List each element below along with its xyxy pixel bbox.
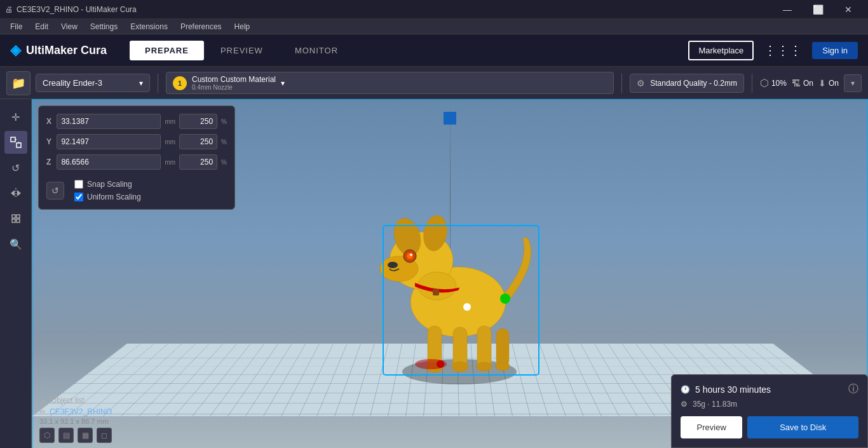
object-list-header[interactable]: ▲ Object list: [39, 396, 112, 405]
z-mm-input[interactable]: [57, 154, 161, 170]
menu-help[interactable]: Help: [229, 21, 255, 32]
uniform-scaling-text: Uniform Scaling: [87, 193, 141, 201]
title-text: CE3E3V2_RHINO - UltiMaker Cura: [17, 5, 137, 14]
main-area: ✛ ↺: [0, 99, 868, 448]
scale-checkboxes: Snap Scaling Uniform Scaling: [74, 180, 141, 201]
tool-move[interactable]: ✛: [4, 105, 27, 128]
svg-point-29: [388, 262, 398, 268]
menu-file[interactable]: File: [5, 21, 27, 32]
rotate-icon: ↺: [11, 162, 20, 174]
marketplace-button[interactable]: Marketplace: [688, 41, 754, 60]
y-unit: mm: [165, 139, 175, 146]
snap-scaling-label[interactable]: Snap Scaling: [74, 180, 141, 189]
viewport: X mm % Y mm % Z mm % ↺: [32, 99, 868, 448]
adhesion-setting[interactable]: ⬇ On: [818, 78, 839, 88]
support-setting[interactable]: 🏗 On: [792, 78, 813, 88]
svg-rect-18: [453, 327, 467, 367]
svg-point-22: [452, 362, 468, 372]
scale-icon: [10, 136, 22, 149]
topnav: ◈ UltiMaker Cura PREPARE PREVIEW MONITOR…: [0, 34, 868, 67]
tool-support[interactable]: [4, 207, 27, 230]
material-number: 1: [173, 76, 187, 90]
left-sidebar: ✛ ↺: [0, 99, 32, 448]
window-title: 🖨 CE3E3V2_RHINO - UltiMaker Cura: [5, 5, 137, 14]
menu-preferences[interactable]: Preferences: [175, 21, 227, 32]
object-name[interactable]: CE3E3V2_RHINO: [50, 407, 112, 416]
tool-rotate[interactable]: ↺: [4, 156, 27, 179]
infill-icon: ⬡: [760, 77, 769, 89]
y-pct-input[interactable]: [179, 134, 217, 149]
edit-icon[interactable]: ✏: [39, 407, 46, 416]
menu-extensions[interactable]: Extensions: [125, 21, 173, 32]
infill-percent: 10%: [771, 79, 787, 88]
menu-settings[interactable]: Settings: [85, 21, 123, 32]
obj-icon-2[interactable]: ▤: [58, 428, 74, 443]
svg-point-32: [463, 303, 471, 311]
support-status: On: [803, 79, 813, 88]
tab-prepare[interactable]: PREPARE: [130, 41, 204, 60]
expand-settings-button[interactable]: ▾: [844, 74, 862, 92]
scale-options: ↺ Snap Scaling Uniform Scaling: [46, 175, 227, 201]
quality-icon: ⚙: [637, 78, 645, 88]
z-pct-input[interactable]: [179, 154, 217, 170]
x-pct-input[interactable]: [179, 114, 217, 129]
y-axis-label: Y: [46, 137, 53, 146]
menu-view[interactable]: View: [56, 21, 83, 32]
close-button[interactable]: ✕: [834, 0, 863, 19]
support-icon: 🏗: [792, 78, 801, 88]
print-time-label: 5 hours 30 minutes: [695, 384, 771, 395]
print-info-panel: 🕐 5 hours 30 minutes ⓘ ⚙ 35g · 11.83m Pr…: [671, 374, 868, 448]
scale-x-row: X mm %: [46, 114, 227, 129]
info-icon[interactable]: ⓘ: [848, 383, 858, 396]
preview-button[interactable]: Preview: [681, 416, 742, 438]
apps-icon[interactable]: ⋮⋮⋮: [761, 40, 804, 60]
svg-point-35: [415, 359, 447, 369]
object-list: ▲ Object list ✏ CE3E3V2_RHINO 33.1 x 92.…: [32, 391, 119, 448]
material-selector[interactable]: 1 Custom Custom Material 0.4mm Nozzle ▾: [166, 72, 614, 94]
move-icon: ✛: [11, 111, 20, 123]
object-action-icons: ⬡ ▤ ▦ ◻: [39, 428, 112, 443]
tool-mirror[interactable]: [4, 182, 27, 205]
minimize-button[interactable]: —: [773, 0, 802, 19]
open-folder-button[interactable]: 📁: [6, 71, 31, 95]
divider-2: [621, 74, 622, 93]
y-mm-input[interactable]: [57, 134, 161, 149]
infill-setting[interactable]: ⬡ 10%: [760, 77, 787, 89]
reset-scale-button[interactable]: ↺: [46, 182, 64, 200]
mirror-icon: [10, 187, 22, 200]
obj-icon-4[interactable]: ◻: [97, 428, 112, 443]
menu-edit[interactable]: Edit: [30, 21, 53, 32]
printer-selector[interactable]: Creality Ender-3 ▾: [36, 74, 150, 92]
tool-search[interactable]: 🔍: [4, 233, 27, 255]
tool-scale[interactable]: [4, 131, 27, 154]
obj-icon-1[interactable]: ⬡: [39, 428, 55, 443]
tab-preview[interactable]: PREVIEW: [205, 41, 278, 60]
svg-rect-8: [17, 215, 20, 218]
material-name: Custom Custom Material: [192, 75, 276, 84]
uniform-scaling-checkbox[interactable]: [74, 193, 83, 201]
uniform-scaling-label[interactable]: Uniform Scaling: [74, 193, 141, 201]
x-unit: mm: [165, 118, 175, 125]
svg-rect-9: [12, 219, 15, 222]
svg-point-28: [410, 254, 412, 256]
adhesion-icon: ⬇: [818, 78, 826, 88]
save-to-disk-button[interactable]: Save to Disk: [747, 416, 858, 438]
material-usage-row: ⚙ 35g · 11.83m: [681, 400, 858, 409]
object-entry: ✏ CE3E3V2_RHINO: [39, 407, 112, 416]
axis-top-handle[interactable]: [444, 112, 456, 125]
quality-selector[interactable]: ⚙ Standard Quality - 0.2mm: [630, 74, 744, 93]
signin-button[interactable]: Sign in: [812, 42, 858, 59]
maximize-button[interactable]: ⬜: [803, 0, 832, 19]
snap-scaling-checkbox[interactable]: [74, 180, 83, 189]
nav-right: Marketplace ⋮⋮⋮ Sign in: [688, 40, 858, 60]
x-mm-input[interactable]: [57, 114, 161, 129]
svg-rect-1: [17, 143, 21, 147]
dog-model[interactable]: [364, 162, 555, 391]
obj-icon-3[interactable]: ▦: [78, 428, 93, 443]
adhesion-status: On: [829, 79, 839, 88]
tab-monitor[interactable]: MONITOR: [280, 41, 353, 60]
logo-icon: ◈: [10, 42, 21, 58]
window-controls: — ⬜ ✕: [773, 0, 863, 19]
printer-name: Creality Ender-3: [43, 78, 134, 88]
svg-point-25: [418, 272, 456, 300]
